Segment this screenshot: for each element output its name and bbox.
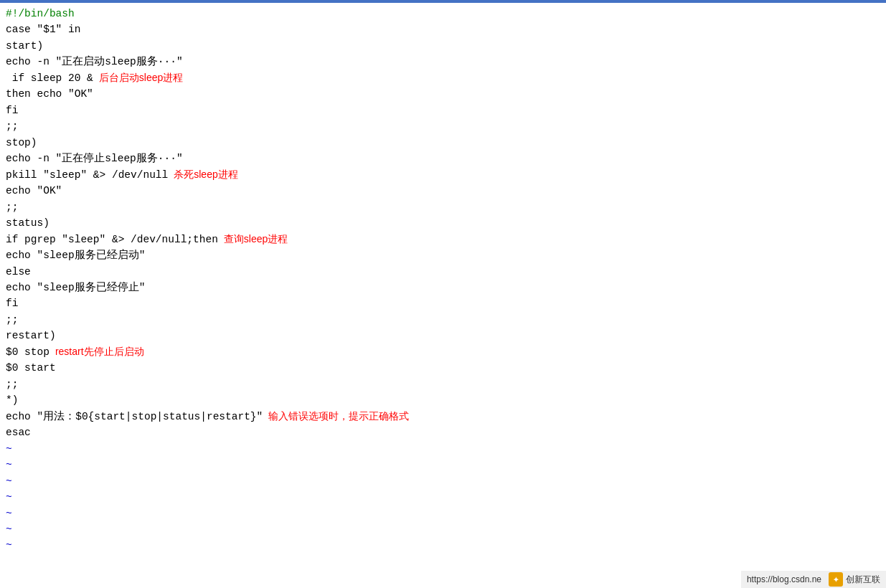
code-text-2: start) xyxy=(6,38,43,54)
code-text-5: then echo "OK" xyxy=(6,86,93,102)
code-text-11: echo "OK" xyxy=(6,183,62,199)
code-text-7: ;; xyxy=(6,118,18,134)
logo-area: ✦ 创新互联 xyxy=(829,572,880,587)
code-text-19: ;; xyxy=(6,312,18,328)
annotation-21: restart先停止后启动 xyxy=(55,344,144,360)
logo-text: 创新互联 xyxy=(846,574,880,586)
code-area: #!/bin/bashcase "$1" instart)echo -n "正在… xyxy=(0,3,886,556)
code-line: ;; xyxy=(6,118,880,134)
code-text-17: echo "sleep服务已经停止" xyxy=(6,280,145,295)
code-text-12: ;; xyxy=(6,199,18,215)
code-text-26: esac xyxy=(6,425,31,440)
annotation-14: 查询sleep进程 xyxy=(224,232,288,247)
code-text-9: echo -n "正在停止sleep服务···" xyxy=(6,151,183,166)
code-line: ;; xyxy=(6,199,880,215)
code-line: ~ xyxy=(6,506,880,521)
logo-icon: ✦ xyxy=(829,572,843,587)
code-text-31: ~ xyxy=(6,506,12,521)
code-text-22: $0 start xyxy=(6,360,56,376)
code-line: #!/bin/bash xyxy=(6,6,880,22)
code-line: echo "用法：$0{start|stop|status|restart}"输… xyxy=(6,409,880,425)
code-line: ~ xyxy=(6,489,880,505)
code-text-29: ~ xyxy=(6,473,12,489)
code-text-32: ~ xyxy=(6,521,12,537)
annotation-10: 杀死sleep进程 xyxy=(174,167,237,183)
code-line: ~ xyxy=(6,473,880,489)
code-line: ;; xyxy=(6,312,880,328)
code-line: esac xyxy=(6,425,880,440)
bottom-bar: https://blog.csdn.ne ✦ 创新互联 xyxy=(741,571,886,588)
code-text-18: fi xyxy=(6,295,18,311)
code-text-1: case "$1" in xyxy=(6,22,80,37)
code-line: fi xyxy=(6,295,880,311)
code-line: fi xyxy=(6,103,880,118)
code-line: ~ xyxy=(6,537,880,553)
code-text-6: fi xyxy=(6,103,18,118)
code-line: start) xyxy=(6,38,880,54)
editor-container: #!/bin/bashcase "$1" instart)echo -n "正在… xyxy=(0,0,886,588)
code-text-13: status) xyxy=(6,215,50,231)
code-line: $0 start xyxy=(6,360,880,376)
code-text-14: if pgrep "sleep" &> /dev/null;then xyxy=(6,232,218,247)
code-line: status) xyxy=(6,215,880,231)
code-line: echo "sleep服务已经启动" xyxy=(6,247,880,263)
code-line: echo -n "正在启动sleep服务···" xyxy=(6,54,880,70)
code-line: else xyxy=(6,264,880,280)
code-text-3: echo -n "正在启动sleep服务···" xyxy=(6,54,183,70)
code-line: ;; xyxy=(6,376,880,392)
code-text-24: *) xyxy=(6,392,18,408)
code-line: then echo "OK" xyxy=(6,86,880,102)
code-line: *) xyxy=(6,392,880,408)
code-text-23: ;; xyxy=(6,376,18,392)
code-line: ~ xyxy=(6,457,880,473)
code-line: ~ xyxy=(6,441,880,457)
code-line: pkill "sleep" &> /dev/null杀死sleep进程 xyxy=(6,167,880,183)
annotation-25: 输入错误选项时，提示正确格式 xyxy=(268,409,409,425)
code-text-4: if sleep 20 & xyxy=(6,70,93,86)
code-line: stop) xyxy=(6,135,880,151)
code-line: $0 stoprestart先停止后启动 xyxy=(6,344,880,360)
footer-url: https://blog.csdn.ne xyxy=(747,574,821,584)
code-text-20: restart) xyxy=(6,328,56,343)
code-line: case "$1" in xyxy=(6,22,880,37)
code-line: restart) xyxy=(6,328,880,343)
code-line: ~ xyxy=(6,521,880,537)
code-text-8: stop) xyxy=(6,135,37,151)
code-text-21: $0 stop xyxy=(6,344,50,360)
code-line: echo "sleep服务已经停止" xyxy=(6,280,880,295)
code-text-28: ~ xyxy=(6,457,12,473)
code-line: echo "OK" xyxy=(6,183,880,199)
annotation-4: 后台启动sleep进程 xyxy=(99,70,183,86)
code-text-0: #!/bin/bash xyxy=(6,6,75,22)
code-text-16: else xyxy=(6,264,31,280)
code-text-25: echo "用法：$0{start|stop|status|restart}" xyxy=(6,409,263,425)
code-line: echo -n "正在停止sleep服务···" xyxy=(6,151,880,166)
code-line: if pgrep "sleep" &> /dev/null;then查询slee… xyxy=(6,232,880,247)
code-text-27: ~ xyxy=(6,441,12,457)
code-line: if sleep 20 &后台启动sleep进程 xyxy=(6,70,880,86)
code-text-30: ~ xyxy=(6,489,12,505)
code-text-15: echo "sleep服务已经启动" xyxy=(6,247,145,263)
code-text-10: pkill "sleep" &> /dev/null xyxy=(6,167,168,183)
code-text-33: ~ xyxy=(6,537,12,553)
